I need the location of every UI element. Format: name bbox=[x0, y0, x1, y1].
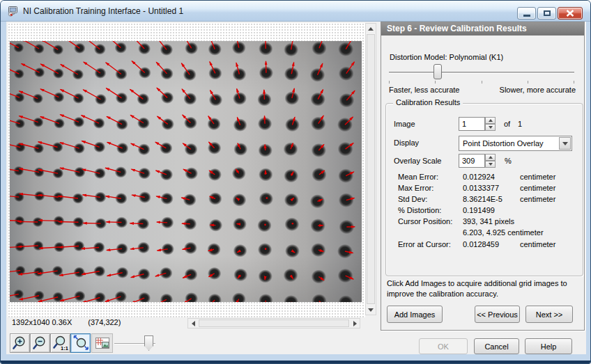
group-title: Calibration Results bbox=[393, 98, 463, 106]
slider-tick bbox=[435, 81, 436, 84]
horizontal-scrollbar[interactable] bbox=[187, 318, 360, 329]
stat-value: 0.191499 bbox=[463, 206, 495, 214]
slider-label-slow: Slower, more accurate bbox=[500, 86, 576, 94]
display-selected-value: Point Distortion Overlay bbox=[463, 139, 544, 148]
slider-tick bbox=[389, 81, 390, 84]
stat-unit: centimeter bbox=[520, 184, 555, 192]
scroll-up-icon bbox=[368, 27, 374, 31]
ok-button[interactable]: OK bbox=[419, 338, 468, 354]
stat-value: 0.0133377 bbox=[463, 184, 499, 192]
stat-row-cursor-position-cm: 6.203, 4.925 centimeter bbox=[398, 228, 583, 238]
spin-down-icon bbox=[489, 163, 493, 166]
zoom-to-fit-button[interactable] bbox=[70, 333, 91, 353]
scroll-down-button[interactable] bbox=[366, 305, 376, 315]
previous-button[interactable]: << Previous bbox=[475, 306, 520, 323]
overlay-spin-up-button[interactable] bbox=[485, 154, 496, 161]
cancel-button[interactable]: Cancel bbox=[474, 338, 519, 354]
scroll-right-button[interactable] bbox=[350, 319, 360, 328]
slider-tick bbox=[482, 81, 482, 84]
chevron-down-icon bbox=[562, 142, 568, 145]
next-button[interactable]: Next >> bbox=[525, 306, 573, 323]
stat-label: Error at Cursor: bbox=[398, 240, 451, 248]
stat-label: Max Error: bbox=[398, 184, 433, 192]
image-spin-down-button[interactable] bbox=[485, 124, 496, 131]
overlay-spin-down-button[interactable] bbox=[485, 161, 496, 168]
minimize-icon bbox=[523, 15, 530, 17]
slider-tick bbox=[574, 81, 574, 84]
help-button[interactable]: Help bbox=[525, 338, 572, 354]
overlay-scale-label: Overlay Scale bbox=[394, 157, 441, 165]
calibration-image[interactable] bbox=[10, 41, 362, 302]
slider-labels: Faster, less accurate Slower, more accur… bbox=[389, 86, 576, 94]
scroll-right-icon bbox=[353, 321, 357, 326]
distortion-model-label: Distortion Model: Polynomial (K1) bbox=[390, 53, 503, 61]
scroll-left-icon bbox=[192, 321, 195, 326]
zoom-to-fit-icon bbox=[72, 335, 89, 351]
window-title: NI Calibration Training Interface - Unti… bbox=[23, 6, 183, 16]
image-display-options-button[interactable] bbox=[91, 333, 113, 353]
stat-unit: centimeter bbox=[520, 173, 555, 181]
scroll-left-button[interactable] bbox=[188, 319, 198, 328]
scroll-up-button[interactable] bbox=[366, 24, 376, 33]
zoom-in-icon bbox=[12, 335, 29, 351]
horizontal-scroll-thumb[interactable] bbox=[199, 319, 349, 327]
display-combobox[interactable]: Point Distortion Overlay bbox=[459, 136, 572, 151]
stat-row-max-error: Max Error: 0.0133377 centimeter bbox=[398, 184, 583, 193]
overlay-spin-buttons bbox=[485, 154, 496, 168]
step-panel: Step 6 - Review Calibration Results Dist… bbox=[381, 22, 585, 331]
zoom-1to1-icon: 1:1 bbox=[52, 335, 69, 351]
stat-value: 393, 341 pixels bbox=[463, 217, 514, 225]
stat-unit: centimeter bbox=[520, 195, 555, 203]
calibration-results-group: Calibration Results Image of 1 Display P… bbox=[385, 103, 583, 276]
zoom-1to1-button[interactable]: 1:1 bbox=[50, 333, 70, 353]
stat-value: 0.012924 bbox=[463, 173, 495, 181]
stat-row-mean-error: Mean Error: 0.012924 centimeter bbox=[398, 173, 583, 182]
zoom-in-button[interactable] bbox=[10, 333, 30, 353]
stat-label: Std Dev: bbox=[398, 195, 427, 203]
image-spin-buttons bbox=[485, 117, 496, 131]
stat-value: 0.0128459 bbox=[463, 240, 499, 248]
maximize-button[interactable] bbox=[537, 7, 556, 19]
overlay-scale-input[interactable] bbox=[459, 154, 485, 168]
image-field-label: Image bbox=[394, 120, 415, 128]
stat-value: 6.203, 4.925 centimeter bbox=[463, 228, 544, 237]
image-of-label: of bbox=[504, 120, 510, 128]
image-resolution-zoom: 1392x1040 0.36X bbox=[12, 318, 72, 326]
distortion-slider-track[interactable] bbox=[389, 72, 574, 74]
add-images-button[interactable]: Add Images bbox=[387, 306, 443, 323]
app-icon bbox=[7, 5, 20, 17]
step-panel-header: Step 6 - Review Calibration Results bbox=[381, 22, 584, 35]
viewer-slider-thumb[interactable] bbox=[144, 335, 153, 351]
stat-value: 8.36214E-5 bbox=[463, 195, 502, 203]
viewer-status: 1392x1040 0.36X (374,322) bbox=[12, 318, 121, 326]
overlay-scale-unit: % bbox=[505, 157, 512, 165]
stat-row-cursor-position: Cursor Position: 393, 341 pixels bbox=[398, 217, 583, 227]
stat-row-std-dev: Std Dev: 8.36214E-5 centimeter bbox=[398, 195, 583, 205]
scroll-down-icon bbox=[368, 308, 374, 312]
image-display-options-icon bbox=[94, 335, 111, 351]
overlay-scale-spinner bbox=[459, 154, 496, 168]
minimize-button[interactable] bbox=[517, 7, 536, 19]
zoom-out-icon bbox=[32, 335, 49, 351]
image-number-input[interactable] bbox=[459, 117, 485, 131]
vertical-scrollbar[interactable] bbox=[365, 23, 376, 315]
close-button[interactable] bbox=[558, 7, 583, 19]
spin-down-icon bbox=[489, 126, 493, 129]
image-number-spinner bbox=[459, 117, 496, 131]
stat-row-error-at-cursor: Error at Cursor: 0.0128459 centimeter bbox=[398, 240, 583, 250]
window-bottom-edge bbox=[1, 361, 590, 363]
titlebar: NI Calibration Training Interface - Unti… bbox=[1, 1, 590, 22]
client-area: 1392x1040 0.36X (374,322) bbox=[6, 22, 586, 354]
maximize-icon bbox=[544, 10, 551, 16]
spin-up-icon bbox=[489, 119, 493, 122]
display-field-label: Display bbox=[394, 139, 419, 147]
slider-tick bbox=[528, 81, 528, 84]
svg-text:1:1: 1:1 bbox=[61, 345, 68, 351]
cursor-coordinates: (374,322) bbox=[88, 318, 121, 326]
zoom-out-button[interactable] bbox=[30, 333, 50, 353]
distortion-slider-thumb[interactable] bbox=[433, 64, 442, 79]
image-spin-up-button[interactable] bbox=[485, 117, 496, 124]
display-dropdown-button[interactable] bbox=[559, 137, 571, 150]
stat-unit: centimeter bbox=[520, 240, 555, 248]
vertical-scroll-thumb[interactable] bbox=[367, 34, 375, 304]
